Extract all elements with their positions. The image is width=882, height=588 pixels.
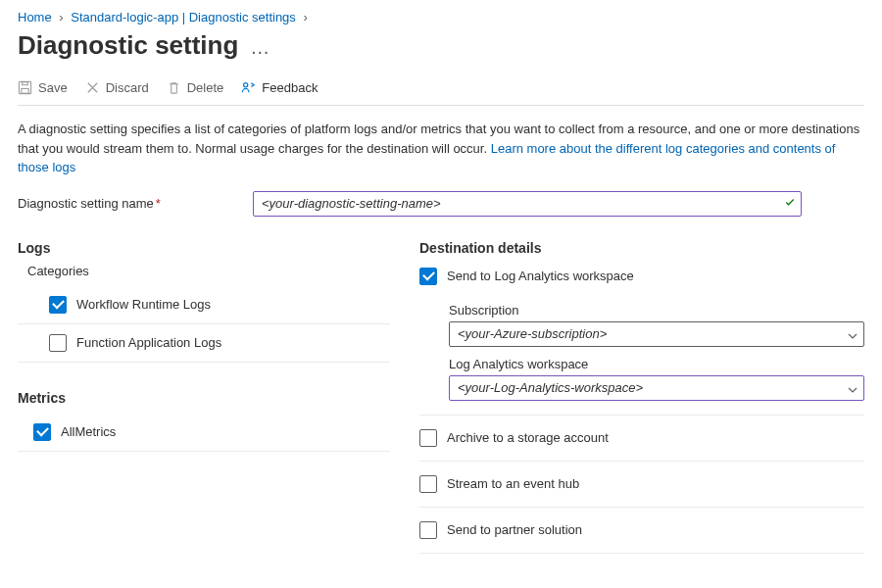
discard-button[interactable]: Discard bbox=[85, 78, 149, 97]
checkbox-unchecked-icon[interactable] bbox=[419, 521, 437, 539]
logs-heading: Logs bbox=[18, 240, 390, 256]
metrics-all-row[interactable]: AllMetrics bbox=[18, 414, 390, 452]
breadcrumb-app[interactable]: Standard-logic-app | Diagnostic settings bbox=[71, 10, 296, 24]
svg-point-3 bbox=[244, 83, 248, 87]
log-analytics-details: Subscription <your-Azure-subscription> L… bbox=[419, 303, 864, 416]
chevron-right-icon: › bbox=[303, 10, 307, 24]
dest-log-analytics-row[interactable]: Send to Log Analytics workspace bbox=[419, 264, 864, 293]
checkbox-unchecked-icon[interactable] bbox=[419, 475, 437, 493]
close-icon bbox=[85, 80, 100, 95]
workspace-select[interactable]: <your-Log-Analytics-workspace> bbox=[449, 375, 864, 401]
category-workflow-row[interactable]: Workflow Runtime Logs bbox=[18, 286, 390, 324]
chevron-down-icon bbox=[848, 383, 858, 393]
dest-partner-label: Send to partner solution bbox=[447, 522, 582, 537]
destination-heading: Destination details bbox=[419, 240, 864, 256]
category-workflow-label: Workflow Runtime Logs bbox=[76, 297, 211, 312]
dest-eventhub-label: Stream to an event hub bbox=[447, 476, 579, 491]
subscription-select[interactable]: <your-Azure-subscription> bbox=[449, 321, 864, 347]
dest-storage-row[interactable]: Archive to a storage account bbox=[419, 416, 864, 462]
page-title: Diagnostic setting… bbox=[18, 30, 864, 61]
trash-icon bbox=[167, 80, 181, 95]
delete-button[interactable]: Delete bbox=[167, 78, 224, 97]
svg-rect-2 bbox=[23, 82, 28, 85]
feedback-button[interactable]: Feedback bbox=[241, 78, 318, 97]
diagnostic-name-row: Diagnostic setting name* bbox=[18, 191, 864, 217]
checkbox-unchecked-icon[interactable] bbox=[49, 334, 67, 352]
svg-rect-1 bbox=[22, 88, 29, 93]
checkbox-checked-icon[interactable] bbox=[49, 296, 67, 314]
categories-label: Categories bbox=[18, 264, 390, 278]
save-button[interactable]: Save bbox=[18, 78, 68, 97]
checkbox-checked-icon[interactable] bbox=[33, 423, 51, 441]
diagnostic-name-label: Diagnostic setting name* bbox=[18, 196, 233, 211]
dest-eventhub-row[interactable]: Stream to an event hub bbox=[419, 462, 864, 508]
description-text: A diagnostic setting specifies a list of… bbox=[18, 120, 864, 177]
chevron-down-icon bbox=[848, 329, 858, 339]
toolbar: Save Discard Delete Feedback bbox=[18, 78, 864, 106]
checkbox-unchecked-icon[interactable] bbox=[419, 429, 437, 447]
save-icon bbox=[18, 80, 32, 95]
subscription-label: Subscription bbox=[449, 303, 864, 318]
dest-log-analytics-label: Send to Log Analytics workspace bbox=[447, 269, 634, 283]
breadcrumb: Home › Standard-logic-app | Diagnostic s… bbox=[18, 10, 864, 24]
dest-partner-row[interactable]: Send to partner solution bbox=[419, 508, 864, 554]
diagnostic-name-input[interactable] bbox=[253, 191, 802, 217]
feedback-icon bbox=[241, 80, 256, 95]
metrics-all-label: AllMetrics bbox=[61, 424, 116, 439]
chevron-right-icon: › bbox=[59, 10, 63, 24]
more-icon[interactable]: … bbox=[250, 36, 270, 58]
dest-storage-label: Archive to a storage account bbox=[447, 430, 609, 445]
category-function-row[interactable]: Function Application Logs bbox=[18, 324, 390, 363]
valid-check-icon bbox=[784, 196, 796, 211]
checkbox-checked-icon[interactable] bbox=[419, 268, 437, 285]
workspace-label: Log Analytics workspace bbox=[449, 357, 864, 371]
breadcrumb-home[interactable]: Home bbox=[18, 10, 52, 24]
category-function-label: Function Application Logs bbox=[76, 335, 221, 350]
metrics-heading: Metrics bbox=[18, 390, 390, 406]
